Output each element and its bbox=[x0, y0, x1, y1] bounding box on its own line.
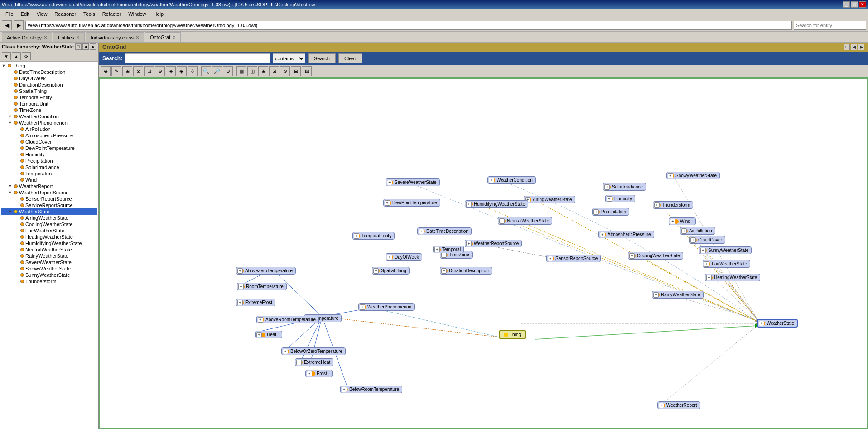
panel-header-btn3[interactable]: ▶ bbox=[90, 43, 96, 50]
toolbar-btn-5[interactable]: ⊡ bbox=[144, 66, 154, 76]
url-input[interactable] bbox=[25, 21, 792, 30]
toolbar-btn-layout6[interactable]: ⊟ bbox=[291, 66, 301, 76]
graph-node-weatherreport[interactable]: +WeatherReport bbox=[657, 401, 700, 409]
tree-item-thing[interactable]: ▼Thing bbox=[1, 63, 97, 69]
graph-node-aboveroomtemperature[interactable]: +AboveRoomTemperature bbox=[256, 316, 319, 323]
tab-entities[interactable]: Entities ✕ bbox=[53, 32, 85, 42]
expand-btn[interactable]: + bbox=[654, 202, 660, 208]
graph-node-snowyweatherstate[interactable]: +SnowyWeatherState bbox=[666, 172, 720, 179]
tab-individuals-by-class[interactable]: Individuals by class ✕ bbox=[86, 32, 144, 42]
expand-btn[interactable]: + bbox=[419, 229, 424, 234]
graph-node-durationdescription[interactable]: +DurationDescription bbox=[440, 267, 492, 275]
graph-node-precipitation[interactable]: +Precipitation bbox=[592, 208, 629, 216]
tree-item-datetimedescription[interactable]: DateTimeDescription bbox=[1, 69, 97, 75]
tree-item-weatherstate[interactable]: ▼WeatherState bbox=[1, 208, 97, 215]
tree-item-severeweatherstate[interactable]: SevereWeatherState bbox=[1, 259, 97, 265]
graph-canvas[interactable]: Thing+WeatherState+WeatherPhenomenon+Tem… bbox=[99, 77, 868, 429]
graph-node-roomtemperature[interactable]: +RoomTemperature bbox=[237, 283, 287, 290]
clear-button[interactable]: Clear bbox=[338, 53, 362, 63]
graph-node-weatherphenomenon[interactable]: +WeatherPhenomenon bbox=[358, 303, 415, 311]
tree-item-thunderstorm[interactable]: Thunderstorm bbox=[1, 278, 97, 284]
tree-collapse-btn[interactable]: ▲ bbox=[12, 52, 21, 60]
expand-btn[interactable]: + bbox=[354, 233, 359, 239]
expand-btn[interactable]: + bbox=[629, 253, 635, 259]
menu-view[interactable]: View bbox=[33, 10, 51, 18]
tree-item-wind[interactable]: Wind bbox=[1, 177, 97, 183]
expand-btn[interactable]: + bbox=[258, 317, 263, 323]
toolbar-btn-8[interactable]: ◉ bbox=[177, 66, 187, 76]
tree-item-temporalentity[interactable]: TemporalEntity bbox=[1, 94, 97, 101]
graph-node-heat[interactable]: +Heat bbox=[255, 331, 282, 338]
panel-header-btn1[interactable]: □ bbox=[75, 43, 82, 50]
graph-node-airingweatherstate[interactable]: +AiringWeatherState bbox=[524, 196, 575, 203]
tree-item-fairweatherstate[interactable]: FairWeatherState bbox=[1, 227, 97, 234]
graph-node-humidity[interactable]: +Humidity bbox=[605, 195, 635, 202]
graph-node-severeweatherstate[interactable]: +SevereWeatherState bbox=[386, 178, 440, 186]
tree-item-weatherphenomenon[interactable]: ▼WeatherPhenomenon bbox=[1, 120, 97, 126]
expand-btn[interactable]: + bbox=[690, 237, 696, 243]
graph-node-sensorreportsource[interactable]: +SensorReportSource bbox=[546, 255, 601, 262]
toolbar-btn-zoom-out[interactable]: 🔎 bbox=[212, 66, 222, 76]
graph-node-thing[interactable]: Thing bbox=[499, 330, 526, 339]
expand-btn[interactable]: + bbox=[659, 403, 664, 408]
tab-ontograf[interactable]: OntoGraf ✕ bbox=[145, 32, 181, 42]
graph-node-neutralweatherstate[interactable]: +NeutralWeatherState bbox=[498, 217, 552, 225]
graph-node-weatherreportsource[interactable]: +WeatherReportSource bbox=[465, 240, 522, 247]
expand-btn[interactable]: + bbox=[593, 209, 599, 215]
tree-item-solarirradiance[interactable]: SolarIrradiance bbox=[1, 164, 97, 170]
expand-btn[interactable]: + bbox=[256, 332, 262, 337]
tree-refresh-btn[interactable]: ⟳ bbox=[22, 52, 31, 60]
minimize-button[interactable]: _ bbox=[843, 1, 850, 8]
toolbar-btn-zoom-in[interactable]: 🔍 bbox=[201, 66, 211, 76]
graph-node-weathercondition[interactable]: +WeatherCondition bbox=[487, 176, 536, 184]
tree-item-servicereportsource[interactable]: ServiceReportSource bbox=[1, 202, 97, 208]
graph-node-dayofweek[interactable]: +DayOfWeek bbox=[386, 253, 422, 261]
graph-node-dewpointtemperature[interactable]: +DewPointTemperature bbox=[383, 199, 440, 207]
tree-item-coolingweatherstate[interactable]: CoolingWeatherState bbox=[1, 221, 97, 227]
tab-active-ontology[interactable]: Active Ontology ✕ bbox=[2, 32, 52, 42]
toolbar-btn-2[interactable]: ✎ bbox=[111, 66, 121, 76]
toolbar-btn-layout2[interactable]: ◫ bbox=[247, 66, 257, 76]
graph-node-belowroomtemperature[interactable]: +BelowRoomTemperature bbox=[340, 386, 402, 393]
expand-btn[interactable]: + bbox=[387, 180, 392, 185]
expand-btn[interactable]: + bbox=[604, 184, 610, 190]
expand-btn[interactable]: + bbox=[387, 255, 392, 260]
graph-node-abovezerotemperature[interactable]: +AboveZeroTemperature bbox=[236, 267, 296, 275]
expand-btn[interactable]: + bbox=[283, 349, 288, 354]
tree-item-sensorreportsource[interactable]: SensorReportSource bbox=[1, 196, 97, 202]
expand-btn[interactable]: + bbox=[706, 275, 712, 280]
graph-node-atmosphericpressure[interactable]: +AtmosphericPressure bbox=[598, 231, 654, 238]
tree-item-rainyweatherstate[interactable]: RainyWeatherState bbox=[1, 253, 97, 259]
tab-ontograf-close[interactable]: ✕ bbox=[172, 35, 176, 40]
graph-node-extremefrost[interactable]: +ExtremeFrost bbox=[236, 299, 275, 306]
graph-node-spatialthing[interactable]: +SpatialThing bbox=[372, 267, 410, 275]
graph-node-datetimedescription[interactable]: +DateTimeDescription bbox=[417, 227, 472, 235]
search-input[interactable] bbox=[125, 53, 270, 63]
expand-btn[interactable]: + bbox=[600, 232, 605, 237]
toolbar-btn-9[interactable]: ◊ bbox=[188, 66, 198, 76]
tree-expand-btn[interactable]: ▼ bbox=[2, 52, 11, 60]
graph-node-temporalentity[interactable]: +TemporalEntity bbox=[352, 232, 395, 240]
back-button[interactable]: ◀ bbox=[2, 20, 12, 30]
expand-btn[interactable]: + bbox=[238, 284, 244, 289]
expand-btn[interactable]: + bbox=[342, 387, 347, 392]
graph-node-extremeheat[interactable]: +ExtremeHeat bbox=[295, 358, 333, 366]
toolbar-btn-zoom-fit[interactable]: ⊙ bbox=[223, 66, 233, 76]
tree-item-temporalunit[interactable]: TemporalUnit bbox=[1, 101, 97, 107]
graph-node-temporal[interactable]: +Temporal bbox=[433, 246, 464, 253]
toolbar-btn-layout4[interactable]: ⊡ bbox=[269, 66, 279, 76]
graph-node-beloworzerotemperature[interactable]: +BelowOrZeroTemperature bbox=[281, 347, 346, 355]
graph-node-thunderstorm[interactable]: +Thunderstorm bbox=[653, 201, 693, 209]
graph-node-coolingweatherstate[interactable]: +CoolingWeatherState bbox=[628, 252, 683, 260]
tree-item-dewpointtemperature[interactable]: DewPointTemperature bbox=[1, 145, 97, 151]
toolbar-btn-7[interactable]: ◈ bbox=[166, 66, 176, 76]
tree-item-humidifyingweatherstate[interactable]: HumidifyingWeatherState bbox=[1, 240, 97, 246]
tree-item-snowyweatherstate[interactable]: SnowyWeatherState bbox=[1, 265, 97, 272]
search-entity-input[interactable] bbox=[794, 21, 866, 30]
graph-node-fairweatherstate[interactable]: +FairWeatherState bbox=[703, 260, 750, 268]
expand-btn[interactable]: + bbox=[704, 261, 709, 267]
tree-item-atmosphericpressure[interactable]: AtmosphericPressure bbox=[1, 132, 97, 139]
toolbar-btn-4[interactable]: ⊠ bbox=[133, 66, 143, 76]
tree-item-sunnyweatherstate[interactable]: SunnyWeatherState bbox=[1, 272, 97, 278]
graph-node-wind[interactable]: +Wind bbox=[669, 217, 696, 225]
